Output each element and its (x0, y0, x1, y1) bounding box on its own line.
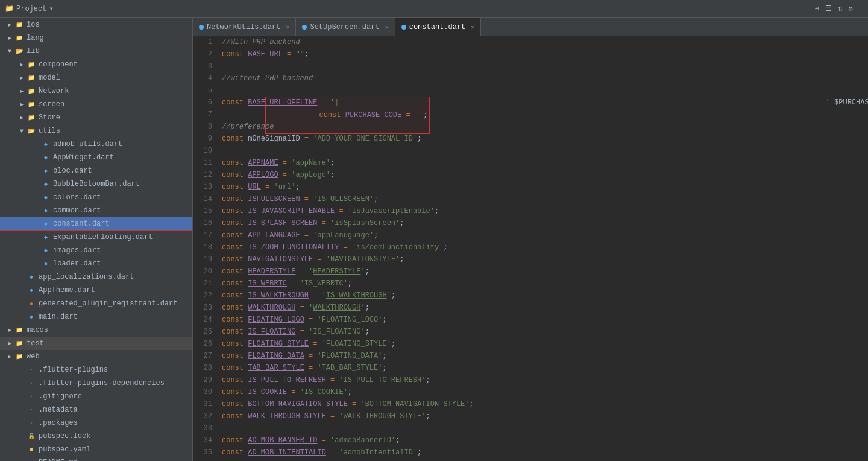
project-dropdown-arrow[interactable]: ▾ (49, 4, 53, 13)
sort-icon[interactable]: ⇅ (838, 4, 842, 13)
sidebar-label-store: Store (39, 113, 60, 122)
title-bar-icons: ⊕ ☰ ⇅ ⚙ — (815, 4, 863, 13)
sidebar-item-images[interactable]: ◆ images.dart (0, 244, 192, 257)
sidebar-item-gitignore[interactable]: ▪ .gitignore (0, 390, 192, 403)
code-line-13: const URL = 'url'; (222, 181, 868, 193)
arrow-lang: ▶ (5, 34, 14, 42)
ln-17: 17 (195, 229, 212, 241)
tab-icon-constant (401, 25, 406, 30)
sidebar-item-bloc[interactable]: ◆ bloc.dart (0, 164, 192, 177)
project-icon: 📁 (5, 4, 14, 13)
sidebar-item-bubble[interactable]: ◆ BubbleBotoomBar.dart (0, 177, 192, 191)
code-line-29: const IS_PULL_TO_REFRESH = 'IS_PULL_TO_R… (222, 374, 868, 386)
code-line-12: const APPLOGO = 'appLogo'; (222, 169, 868, 181)
sidebar-item-readme[interactable]: ▪ README.md (0, 456, 192, 461)
sidebar-label-expantable: ExpantableFloating.dart (53, 233, 153, 241)
code-line-19: const NAVIGATIONSTYLE = 'NAVIGATIONSTYLE… (222, 253, 868, 265)
sidebar-item-store[interactable]: ▶ 📁 Store (0, 111, 192, 124)
arrow-component: ▶ (17, 61, 27, 68)
sidebar-label-apptheme: AppTheme.dart (39, 286, 95, 294)
sidebar-label-bubble: BubbleBotoomBar.dart (53, 180, 140, 188)
sidebar-item-common[interactable]: ◆ common.dart (0, 204, 192, 217)
arrow-apptheme (17, 287, 27, 294)
sidebar-item-test[interactable]: ▶ 📁 test (0, 337, 192, 350)
ln-4: 4 (195, 72, 212, 84)
dart-icon-images: ◆ (41, 246, 51, 255)
settings-icon[interactable]: ⚙ (849, 4, 853, 13)
sidebar-item-admob[interactable]: ◆ admob_utils.dart (0, 138, 192, 151)
sidebar-item-screen[interactable]: ▶ 📁 screen (0, 98, 192, 111)
sidebar-item-colors[interactable]: ◆ colors.dart (0, 191, 192, 204)
sidebar-item-component[interactable]: ▶ 📁 component (0, 58, 192, 71)
sidebar-item-loader[interactable]: ◆ loader.dart (0, 257, 192, 270)
sidebar-item-metadata[interactable]: ▪ .metadata (0, 403, 192, 416)
tab-setupscreen[interactable]: SetUpScreen.dart ✕ (296, 18, 395, 36)
sidebar-item-network[interactable]: ▶ 📁 Network (0, 84, 192, 98)
code-line-23: const WALKTHROUGH = 'WALKTHROUGH'; (222, 302, 868, 314)
sidebar-item-web[interactable]: ▶ 📁 web (0, 350, 192, 363)
dart-icon-apptheme: ◆ (27, 285, 36, 295)
tab-close-constant[interactable]: ✕ (471, 24, 474, 31)
project-title[interactable]: 📁 Project ▾ (5, 4, 54, 13)
sidebar-label-network: Network (39, 87, 69, 95)
sidebar-item-model[interactable]: ▶ 📁 model (0, 71, 192, 84)
sidebar-label-lib: lib (27, 47, 40, 56)
folder-icon-web: 📁 (14, 352, 24, 361)
tab-networkutils[interactable]: NetworkUtils.dart ✕ (193, 18, 296, 36)
arrow-packages (17, 420, 27, 427)
sidebar-item-main[interactable]: ◆ main.dart (0, 310, 192, 323)
ln-29: 29 (195, 374, 212, 386)
sidebar-label-flutter-plugins-dep: .flutter-plugins-dependencies (39, 379, 165, 387)
code-line-24: const FLOATING_LOGO = 'FLOATING_LOGO'; (222, 314, 868, 326)
arrow-web: ▶ (5, 353, 14, 360)
list-icon[interactable]: ☰ (825, 4, 832, 13)
ln-14: 14 (195, 193, 212, 205)
ln-28: 28 (195, 362, 212, 374)
sidebar-item-lib[interactable]: ▼ 📂 lib (0, 45, 192, 58)
new-icon[interactable]: ⊕ (815, 4, 819, 13)
sidebar-label-generated-plugin: generated_plugin_registrant.dart (39, 299, 177, 308)
arrow-bubble (31, 181, 41, 188)
sidebar-item-macos[interactable]: ▶ 📁 macos (0, 323, 192, 337)
sidebar-item-apptheme[interactable]: ◆ AppTheme.dart (0, 284, 192, 297)
dart-icon-constant: ◆ (41, 219, 51, 229)
arrow-bloc (31, 168, 41, 174)
code-line-27: const FLOATING_DATA = 'FLOATING_DATA'; (222, 350, 868, 362)
code-line-10 (222, 145, 868, 157)
sidebar-content: ▶ 📁 ios ▶ 📁 lang ▼ 📂 lib ▶ 📁 component (0, 18, 192, 461)
sidebar-item-pubspec-lock[interactable]: 🔒 pubspec.lock (0, 430, 192, 443)
tab-close-setupscreen[interactable]: ✕ (385, 24, 389, 31)
sidebar-item-flutter-plugins[interactable]: ▪ .flutter-plugins (0, 363, 192, 377)
tab-constant[interactable]: constant.dart ✕ (395, 18, 482, 36)
sidebar-item-flutter-plugins-dep[interactable]: ▪ .flutter-plugins-dependencies (0, 377, 192, 390)
file-icon-metadata: ▪ (27, 405, 36, 415)
sidebar-item-ios[interactable]: ▶ 📁 ios (0, 18, 192, 31)
special-icon-generated-plugin: ◆ (27, 299, 36, 308)
code-line-31: const BOTTOM_NAVIGATION_STYLE = 'BOTTOM_… (222, 398, 868, 410)
arrow-flutter-plugins (17, 367, 27, 374)
ln-8: 8 (195, 121, 212, 133)
tab-close-networkutils[interactable]: ✕ (286, 24, 289, 31)
code-content[interactable]: //With PHP backend const BASE_URL = ""; … (217, 36, 868, 461)
sidebar-item-constant[interactable]: ◆ constant.dart (0, 217, 192, 230)
code-area[interactable]: 1 2 3 4 5 6 7 8 9 10 11 12 13 14 15 16 1… (193, 36, 868, 461)
code-line-11: const APPNAME = 'appName'; (222, 157, 868, 169)
sidebar-label-readme: README.md (39, 459, 78, 461)
sidebar-item-lang[interactable]: ▶ 📁 lang (0, 31, 192, 45)
sidebar-item-appwidget[interactable]: ◆ AppWidget.dart (0, 151, 192, 164)
sidebar-item-packages[interactable]: ▪ .packages (0, 416, 192, 430)
ln-34: 34 (195, 434, 212, 447)
code-line-20: const HEADERSTYLE = 'HEADERSTYLE'; (222, 265, 868, 278)
arrow-constant (31, 221, 41, 227)
sidebar-item-pubspec-yaml[interactable]: ■ pubspec.yaml (0, 443, 192, 456)
sidebar-item-utils[interactable]: ▼ 📂 utils (0, 124, 192, 138)
sidebar-item-generated-plugin[interactable]: ◆ generated_plugin_registrant.dart (0, 297, 192, 310)
dart-icon-loader: ◆ (41, 259, 51, 269)
sidebar-label-web: web (27, 352, 40, 361)
sidebar-item-app-localizations[interactable]: ◆ app_localizations.dart (0, 270, 192, 284)
sidebar-label-loader: loader.dart (53, 259, 101, 268)
sidebar-item-expantable[interactable]: ◆ ExpantableFloating.dart (0, 230, 192, 244)
minimize-icon[interactable]: — (859, 4, 863, 13)
arrow-images (31, 247, 41, 254)
file-icon-gitignore: ▪ (27, 392, 36, 401)
